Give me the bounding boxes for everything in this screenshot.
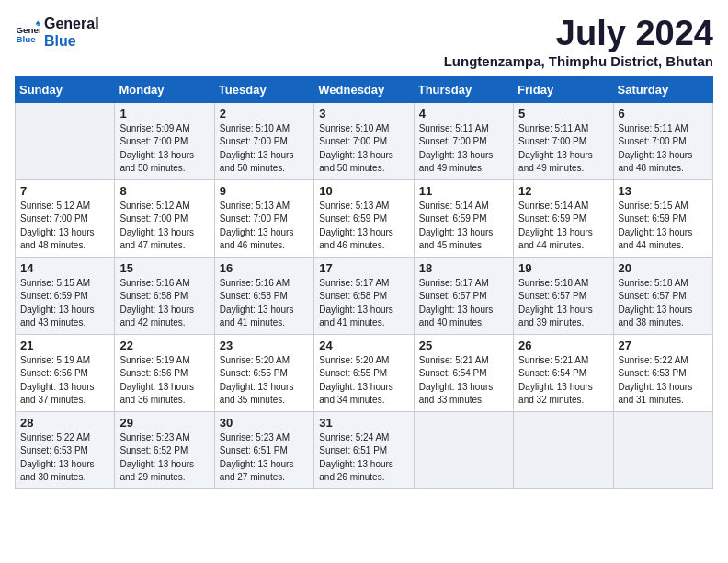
- day-number: 23: [220, 339, 309, 352]
- calendar-day-cell: 22Sunrise: 5:19 AMSunset: 6:56 PMDayligh…: [115, 334, 214, 411]
- day-number: 27: [619, 339, 708, 352]
- calendar-day-cell: 11Sunrise: 5:14 AMSunset: 6:59 PMDayligh…: [414, 179, 513, 257]
- day-info: Sunrise: 5:22 AMSunset: 6:53 PMDaylight:…: [20, 431, 109, 485]
- day-info: Sunrise: 5:14 AMSunset: 6:59 PMDaylight:…: [419, 200, 508, 253]
- day-info: Sunrise: 5:21 AMSunset: 6:54 PMDaylight:…: [419, 354, 508, 408]
- calendar-header-row: SundayMondayTuesdayWednesdayThursdayFrid…: [16, 76, 713, 102]
- day-info: Sunrise: 5:11 AMSunset: 7:00 PMDaylight:…: [619, 122, 708, 176]
- calendar-day-cell: 3Sunrise: 5:10 AMSunset: 7:00 PMDaylight…: [314, 102, 414, 179]
- day-info: Sunrise: 5:10 AMSunset: 7:00 PMDaylight:…: [220, 122, 309, 176]
- day-info: Sunrise: 5:12 AMSunset: 7:00 PMDaylight:…: [119, 200, 209, 253]
- day-number: 6: [619, 107, 708, 121]
- page-header: General Blue General Blue July 2024 Lung…: [15, 15, 713, 69]
- day-info: Sunrise: 5:16 AMSunset: 6:58 PMDaylight:…: [220, 277, 309, 330]
- calendar-day-cell: 4Sunrise: 5:11 AMSunset: 7:00 PMDaylight…: [414, 102, 513, 179]
- day-number: 2: [220, 107, 309, 121]
- calendar-day-cell: 18Sunrise: 5:17 AMSunset: 6:57 PMDayligh…: [414, 257, 513, 334]
- day-info: Sunrise: 5:13 AMSunset: 7:00 PMDaylight:…: [220, 200, 309, 253]
- day-info: Sunrise: 5:24 AMSunset: 6:51 PMDaylight:…: [319, 431, 408, 485]
- calendar-day-cell: 16Sunrise: 5:16 AMSunset: 6:58 PMDayligh…: [214, 257, 313, 334]
- calendar-day-cell: 19Sunrise: 5:18 AMSunset: 6:57 PMDayligh…: [514, 257, 613, 334]
- calendar-day-cell: 2Sunrise: 5:10 AMSunset: 7:00 PMDaylight…: [214, 102, 313, 179]
- location: Lungtenzampa, Thimphu District, Bhutan: [444, 53, 713, 69]
- calendar-day-cell: 7Sunrise: 5:12 AMSunset: 7:00 PMDaylight…: [16, 179, 115, 257]
- day-info: Sunrise: 5:09 AMSunset: 7:00 PMDaylight:…: [119, 122, 209, 176]
- day-number: 11: [419, 184, 508, 198]
- calendar-day-cell: 24Sunrise: 5:20 AMSunset: 6:55 PMDayligh…: [314, 334, 414, 411]
- logo-blue: Blue: [44, 32, 99, 50]
- day-number: 14: [20, 261, 109, 275]
- calendar-day-cell: 23Sunrise: 5:20 AMSunset: 6:55 PMDayligh…: [214, 334, 313, 411]
- logo-general: General: [44, 15, 99, 32]
- day-info: Sunrise: 5:15 AMSunset: 6:59 PMDaylight:…: [619, 200, 708, 253]
- day-number: 31: [319, 416, 408, 430]
- calendar-day-cell: 25Sunrise: 5:21 AMSunset: 6:54 PMDayligh…: [414, 334, 513, 411]
- column-header-sunday: Sunday: [16, 76, 115, 102]
- day-info: Sunrise: 5:11 AMSunset: 7:00 PMDaylight:…: [518, 122, 608, 176]
- day-number: 24: [319, 339, 408, 352]
- column-header-thursday: Thursday: [414, 76, 513, 102]
- day-number: 22: [119, 339, 209, 352]
- month-title: July 2024: [444, 15, 713, 53]
- day-info: Sunrise: 5:19 AMSunset: 6:56 PMDaylight:…: [20, 354, 109, 408]
- calendar-table: SundayMondayTuesdayWednesdayThursdayFrid…: [15, 76, 713, 489]
- calendar-day-cell: 31Sunrise: 5:24 AMSunset: 6:51 PMDayligh…: [314, 411, 414, 488]
- column-header-tuesday: Tuesday: [214, 76, 313, 102]
- day-info: Sunrise: 5:17 AMSunset: 6:58 PMDaylight:…: [319, 277, 408, 330]
- day-number: 12: [518, 184, 608, 198]
- calendar-day-cell: 17Sunrise: 5:17 AMSunset: 6:58 PMDayligh…: [314, 257, 414, 334]
- calendar-day-cell: 6Sunrise: 5:11 AMSunset: 7:00 PMDaylight…: [613, 102, 712, 179]
- day-number: 21: [20, 339, 109, 352]
- day-number: 7: [20, 184, 109, 198]
- column-header-saturday: Saturday: [613, 76, 712, 102]
- calendar-day-cell: 1Sunrise: 5:09 AMSunset: 7:00 PMDaylight…: [115, 102, 214, 179]
- day-number: 20: [619, 261, 708, 275]
- day-info: Sunrise: 5:20 AMSunset: 6:55 PMDaylight:…: [220, 354, 309, 408]
- day-number: 19: [518, 261, 608, 275]
- day-info: Sunrise: 5:18 AMSunset: 6:57 PMDaylight:…: [518, 277, 608, 330]
- calendar-day-cell: 14Sunrise: 5:15 AMSunset: 6:59 PMDayligh…: [16, 257, 115, 334]
- day-info: Sunrise: 5:17 AMSunset: 6:57 PMDaylight:…: [419, 277, 508, 330]
- day-number: 16: [220, 261, 309, 275]
- calendar-day-cell: 5Sunrise: 5:11 AMSunset: 7:00 PMDaylight…: [514, 102, 613, 179]
- column-header-wednesday: Wednesday: [314, 76, 414, 102]
- svg-text:Blue: Blue: [16, 34, 36, 44]
- column-header-monday: Monday: [115, 76, 214, 102]
- calendar-day-cell: 20Sunrise: 5:18 AMSunset: 6:57 PMDayligh…: [613, 257, 712, 334]
- day-number: 17: [319, 261, 408, 275]
- calendar-day-cell: 10Sunrise: 5:13 AMSunset: 6:59 PMDayligh…: [314, 179, 414, 257]
- day-info: Sunrise: 5:12 AMSunset: 7:00 PMDaylight:…: [20, 200, 109, 253]
- calendar-week-row: 14Sunrise: 5:15 AMSunset: 6:59 PMDayligh…: [16, 257, 713, 334]
- day-number: 29: [119, 416, 209, 430]
- day-info: Sunrise: 5:16 AMSunset: 6:58 PMDaylight:…: [119, 277, 209, 330]
- calendar-day-cell: 15Sunrise: 5:16 AMSunset: 6:58 PMDayligh…: [115, 257, 214, 334]
- calendar-day-cell: 30Sunrise: 5:23 AMSunset: 6:51 PMDayligh…: [214, 411, 313, 488]
- day-info: Sunrise: 5:23 AMSunset: 6:51 PMDaylight:…: [220, 431, 309, 485]
- day-number: 9: [220, 184, 309, 198]
- calendar-week-row: 21Sunrise: 5:19 AMSunset: 6:56 PMDayligh…: [16, 334, 713, 411]
- calendar-day-cell: 8Sunrise: 5:12 AMSunset: 7:00 PMDaylight…: [115, 179, 214, 257]
- day-number: 5: [518, 107, 608, 121]
- day-number: 25: [419, 339, 508, 352]
- calendar-day-cell: 28Sunrise: 5:22 AMSunset: 6:53 PMDayligh…: [16, 411, 115, 488]
- calendar-day-cell: 29Sunrise: 5:23 AMSunset: 6:52 PMDayligh…: [115, 411, 214, 488]
- calendar-day-cell: 9Sunrise: 5:13 AMSunset: 7:00 PMDaylight…: [214, 179, 313, 257]
- column-header-friday: Friday: [514, 76, 613, 102]
- calendar-week-row: 28Sunrise: 5:22 AMSunset: 6:53 PMDayligh…: [16, 411, 713, 488]
- calendar-week-row: 7Sunrise: 5:12 AMSunset: 7:00 PMDaylight…: [16, 179, 713, 257]
- day-number: 13: [619, 184, 708, 198]
- calendar-day-cell: 12Sunrise: 5:14 AMSunset: 6:59 PMDayligh…: [514, 179, 613, 257]
- logo: General Blue General Blue: [15, 15, 99, 50]
- day-info: Sunrise: 5:15 AMSunset: 6:59 PMDaylight:…: [20, 277, 109, 330]
- day-info: Sunrise: 5:19 AMSunset: 6:56 PMDaylight:…: [119, 354, 209, 408]
- day-number: 15: [119, 261, 209, 275]
- day-info: Sunrise: 5:13 AMSunset: 6:59 PMDaylight:…: [319, 200, 408, 253]
- calendar-day-cell: [613, 411, 712, 488]
- calendar-day-cell: [414, 411, 513, 488]
- day-number: 10: [319, 184, 408, 198]
- calendar-day-cell: 13Sunrise: 5:15 AMSunset: 6:59 PMDayligh…: [613, 179, 712, 257]
- day-number: 8: [119, 184, 209, 198]
- day-info: Sunrise: 5:21 AMSunset: 6:54 PMDaylight:…: [518, 354, 608, 408]
- day-number: 4: [419, 107, 508, 121]
- calendar-week-row: 1Sunrise: 5:09 AMSunset: 7:00 PMDaylight…: [16, 102, 713, 179]
